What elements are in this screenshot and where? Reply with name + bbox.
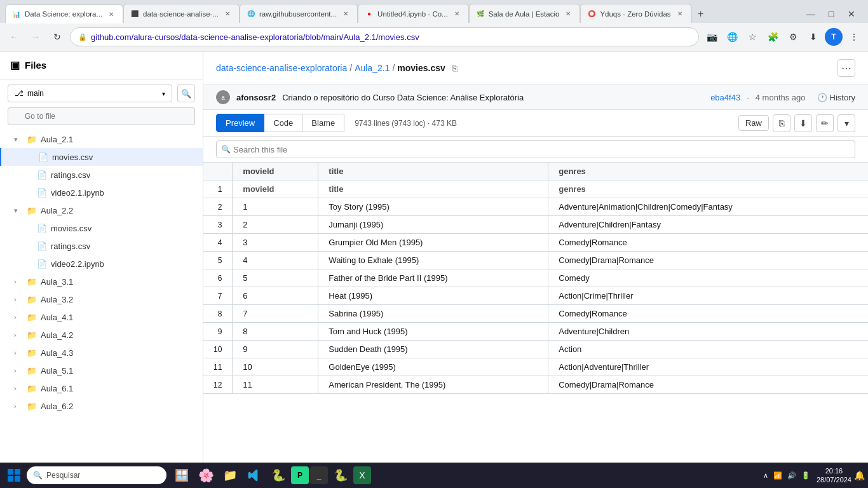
sidebar-folder-Aula_2.2[interactable]: ▾📁Aula_2.2 [0, 201, 203, 219]
chevron-down-icon: ▾ [14, 207, 23, 215]
sidebar-folder-Aula_3.2[interactable]: ›📁Aula_3.2 [0, 290, 203, 308]
taskbar-search-label: Pesquisar [46, 471, 80, 480]
taskbar-app-python[interactable]: 🐍 [267, 464, 290, 487]
chevron-right-icon: › [14, 384, 23, 392]
start-button[interactable] [3, 464, 25, 487]
tab-code-button[interactable]: Code [264, 114, 302, 132]
extensions-icon[interactable]: 🧩 [764, 28, 782, 46]
systray-expand[interactable]: ∧ [763, 471, 768, 480]
notification-button[interactable]: 🔔 [853, 469, 865, 482]
download-icon[interactable]: ⬇ [804, 28, 822, 46]
address-field[interactable]: 🔒 github.com/alura-cursos/data-science-a… [70, 27, 699, 46]
taskbar-app-python2[interactable]: 🐍 [329, 464, 352, 487]
menu-icon[interactable]: ⋮ [845, 28, 863, 46]
breadcrumb-repo-link[interactable]: data-science-analise-exploratoria [216, 63, 347, 73]
tab-preview-button[interactable]: Preview [216, 114, 264, 132]
star-icon[interactable]: ☆ [743, 28, 761, 46]
lines-info: 9743 lines (9743 loc) · 473 KB [355, 119, 738, 128]
refresh-button[interactable]: ↻ [48, 28, 66, 46]
more-options-button[interactable]: ⋯ [837, 59, 855, 77]
taskbar-app-vscode[interactable] [243, 464, 266, 487]
taskbar-clock[interactable]: 20:16 28/07/2024 [817, 466, 851, 485]
row-num: 1 [203, 180, 233, 198]
file-icon: 📄 [38, 152, 48, 162]
tab-close-6[interactable]: ✕ [675, 9, 685, 19]
taskbar-search[interactable]: 🔍 Pesquisar [27, 466, 166, 484]
breadcrumb-folder-link[interactable]: Aula_2.1 [355, 63, 390, 73]
sidebar-folder-Aula_6.1[interactable]: ›📁Aula_6.1 [0, 379, 203, 397]
taskbar-app-files[interactable]: 📁 [219, 464, 241, 487]
sidebar-folder-Aula_3.1[interactable]: ›📁Aula_3.1 [0, 273, 203, 290]
more-file-actions-button[interactable]: ▾ [837, 114, 855, 132]
tab-close-4[interactable]: ✕ [452, 9, 462, 19]
back-button[interactable]: ← [5, 28, 23, 46]
sidebar-file-video2.1.ipynb[interactable]: 📄video2.1.ipynb [0, 184, 203, 201]
taskbar-app-widget[interactable]: 🪟 [170, 464, 193, 487]
tree-item-label: Aula_4.3 [41, 348, 73, 358]
main-layout: ▣ Files ⎇ main ▾ 🔍 🔍 ▾📁Aula_2.1📄movies.c… [0, 51, 868, 488]
volume-icon[interactable]: 🔊 [787, 471, 796, 480]
cell-genres: Adventure|Children [548, 323, 868, 341]
chevron-right-icon: › [14, 331, 23, 339]
tab-5[interactable]: 🌿 Sala de Aula | Estacio ✕ [469, 4, 581, 23]
network-icon[interactable]: 📶 [773, 471, 782, 480]
tab-close-2[interactable]: ✕ [222, 9, 233, 19]
sidebar-file-video2.2.ipynb[interactable]: 📄video2.2.ipynb [0, 255, 203, 273]
cell-movieid: 10 [233, 358, 318, 376]
tab-close-1[interactable]: ✕ [106, 9, 116, 19]
taskbar-app-pycharm[interactable]: P [291, 466, 309, 484]
copy-raw-button[interactable]: ⎘ [773, 114, 790, 132]
cell-title: Sudden Death (1995) [318, 341, 548, 358]
cell-genres: genres [548, 180, 868, 198]
taskbar-app-terminal[interactable]: _ [310, 466, 328, 484]
file-search-button[interactable]: 🔍 [177, 85, 195, 102]
tab-2[interactable]: ⬛ data-science-analise-... ✕ [123, 4, 240, 23]
tab-blame-button[interactable]: Blame [302, 114, 344, 132]
battery-icon[interactable]: 🔋 [801, 471, 810, 480]
tab-3[interactable]: 🌐 raw.githubusercontent... ✕ [240, 4, 358, 23]
tab-favicon-3: 🌐 [247, 10, 255, 18]
sidebar-file-ratings.csv[interactable]: 📄ratings.csv [0, 166, 203, 184]
forward-button[interactable]: → [27, 28, 44, 46]
tab-close-5[interactable]: ✕ [563, 9, 573, 19]
sidebar-folder-Aula_6.2[interactable]: ›📁Aula_6.2 [0, 397, 203, 415]
tab-label-3: raw.githubusercontent... [259, 10, 337, 18]
sidebar-file-movies.csv[interactable]: 📄movies.csv [0, 148, 203, 166]
screenshot-icon[interactable]: 📷 [703, 28, 721, 46]
tab-1[interactable]: 📊 Data Science: explora... ✕ [5, 4, 123, 24]
sidebar-folder-Aula_5.1[interactable]: ›📁Aula_5.1 [0, 362, 203, 379]
content-area: data-science-analise-exploratoria / Aula… [203, 51, 868, 488]
copy-path-icon[interactable]: ⎘ [449, 62, 461, 74]
branch-button[interactable]: ⎇ main ▾ [8, 85, 172, 102]
action-buttons: Raw ⎘ ⬇ ✏ ▾ [738, 114, 855, 132]
history-button[interactable]: 🕐 History [817, 93, 855, 102]
tab-4[interactable]: ● Untitled4.ipynb - Co... ✕ [358, 4, 469, 23]
table-row: 4 3 Grumpier Old Men (1995) Comedy|Roman… [203, 234, 868, 252]
tab-close-3[interactable]: ✕ [341, 9, 351, 19]
profile-settings-icon[interactable]: ⚙ [784, 28, 802, 46]
download-file-button[interactable]: ⬇ [794, 114, 812, 132]
search-file-input[interactable] [216, 140, 855, 158]
sidebar-file-ratings.csv[interactable]: 📄ratings.csv [0, 237, 203, 255]
cell-movieid: 4 [233, 252, 318, 269]
tab-6[interactable]: ⭕ Yduqs - Zero Dúvidas ✕ [580, 4, 691, 23]
tab-label-1: Data Science: explora... [25, 10, 102, 18]
edit-file-button[interactable]: ✏ [816, 114, 834, 132]
taskbar-app-excel[interactable]: X [353, 466, 371, 484]
sidebar-folder-Aula_4.2[interactable]: ›📁Aula_4.2 [0, 326, 203, 344]
new-tab-button[interactable]: + [692, 5, 710, 23]
taskbar-app-icon2[interactable]: 🌸 [194, 464, 217, 487]
raw-button[interactable]: Raw [738, 115, 769, 131]
sidebar-file-movies.csv[interactable]: 📄movies.csv [0, 219, 203, 237]
translate-icon[interactable]: 🌐 [723, 28, 741, 46]
sidebar-folder-Aula_4.3[interactable]: ›📁Aula_4.3 [0, 344, 203, 362]
maximize-button[interactable]: □ [822, 5, 840, 23]
minimize-button[interactable]: — [802, 5, 820, 23]
profile-button[interactable]: T [825, 28, 843, 46]
sidebar-folder-Aula_4.1[interactable]: ›📁Aula_4.1 [0, 308, 203, 326]
tree-item-label: movies.csv [52, 152, 93, 162]
go-to-file-input[interactable] [8, 107, 195, 125]
sidebar-folder-Aula_2.1[interactable]: ▾📁Aula_2.1 [0, 130, 203, 148]
close-window-button[interactable]: ✕ [843, 5, 860, 23]
commit-hash[interactable]: eba4f43 [710, 93, 740, 102]
